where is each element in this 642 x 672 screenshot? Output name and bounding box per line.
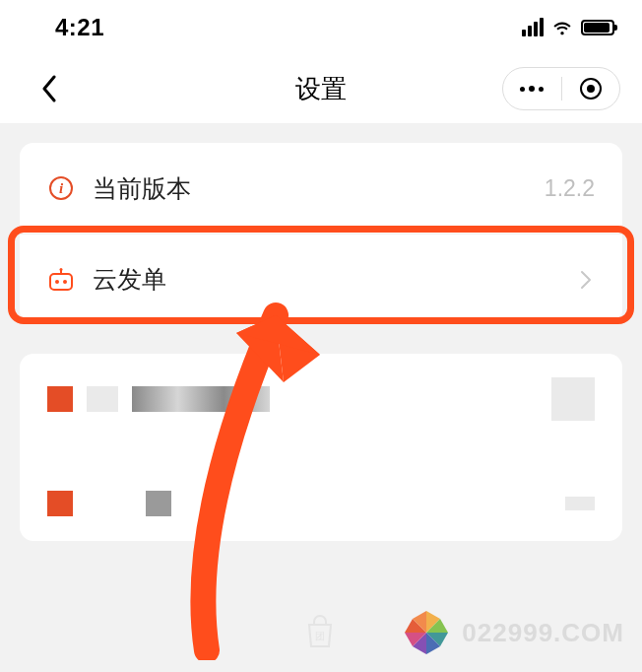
placeholder-block [87, 386, 118, 412]
bot-icon [47, 266, 75, 294]
censored-row [47, 486, 595, 521]
cellular-signal-icon [522, 18, 544, 36]
svg-rect-0 [50, 274, 72, 290]
row-label: 云发单 [93, 263, 577, 296]
row-current-version[interactable]: i 当前版本 1.2.2 [20, 143, 622, 234]
status-time: 4:21 [55, 14, 104, 41]
capsule-close-button[interactable] [562, 68, 620, 109]
dots-icon [520, 86, 544, 92]
chevron-right-icon [577, 271, 595, 289]
pinwheel-icon [401, 607, 452, 658]
censored-card [20, 354, 622, 541]
placeholder-icon [47, 491, 73, 516]
watermark-text: 022999.COM [462, 618, 624, 648]
watermark: 022999.COM [401, 607, 624, 658]
row-cloud-dispatch[interactable]: 云发单 [20, 234, 622, 324]
info-icon: i [47, 174, 75, 202]
miniprogram-capsule [502, 67, 620, 110]
placeholder-block [565, 497, 595, 510]
censored-row [47, 381, 595, 417]
battery-icon [581, 20, 614, 35]
svg-text:团: 团 [315, 631, 325, 641]
status-indicators [522, 17, 614, 38]
placeholder-block [146, 491, 171, 516]
placeholder-icon [47, 386, 73, 412]
nav-bar: 设置 [0, 54, 642, 123]
page-title: 设置 [295, 72, 347, 106]
placeholder-block [551, 377, 595, 421]
chevron-left-icon [40, 75, 58, 102]
bag-icon: 团 [305, 615, 335, 648]
status-bar: 4:21 [0, 0, 642, 54]
svg-point-2 [63, 280, 67, 284]
target-icon [580, 78, 602, 100]
svg-point-3 [60, 268, 63, 271]
back-button[interactable] [33, 73, 65, 104]
svg-point-1 [55, 280, 59, 284]
capsule-menu-button[interactable] [503, 68, 561, 109]
settings-card: i 当前版本 1.2.2 云发单 [20, 143, 622, 324]
placeholder-block [132, 386, 270, 412]
row-label: 当前版本 [93, 172, 545, 205]
row-value: 1.2.2 [545, 175, 595, 202]
wifi-icon [551, 17, 573, 38]
